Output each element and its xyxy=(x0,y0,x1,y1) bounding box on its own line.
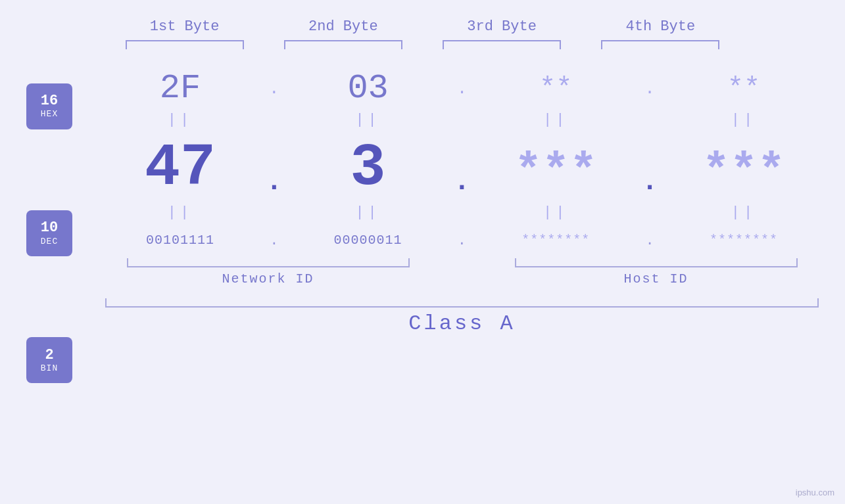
network-id-label: Network ID xyxy=(127,271,410,286)
eq1-sep1 xyxy=(264,112,284,128)
dec-b4: *** xyxy=(678,146,809,198)
bin-badge-label: BIN xyxy=(41,363,58,373)
hex-data-row: 2F . 03 . ** . ** xyxy=(105,69,819,108)
hex-b3: ** xyxy=(490,73,621,104)
hex-badge: 16 HEX xyxy=(26,83,72,129)
dec-badge-label: DEC xyxy=(41,237,58,246)
dec-sep2: . xyxy=(452,166,471,198)
byte1-header: 1st Byte xyxy=(119,18,251,35)
bracket-b1 xyxy=(126,40,244,49)
main-data-area: 16 HEX 10 DEC 2 BIN 2F . xyxy=(0,56,845,504)
eq2-b1: || xyxy=(114,204,246,221)
network-id-bracket xyxy=(127,258,410,267)
bracket-b3 xyxy=(443,40,561,49)
hex-b2: 03 xyxy=(302,69,434,108)
class-bracket xyxy=(105,298,819,308)
bin-sep1: . xyxy=(264,231,284,249)
eq1-sep2 xyxy=(452,112,471,128)
byte3-header: 3rd Byte xyxy=(436,18,567,35)
dec-b3: *** xyxy=(490,146,621,198)
bracket-b2 xyxy=(284,40,402,49)
equals-row-1: || || || || xyxy=(105,112,819,128)
class-label-row: Class A xyxy=(105,311,819,336)
main-container: 1st Byte 2nd Byte 3rd Byte 4th Byte 16 H… xyxy=(0,0,845,504)
dec-data-row: 47 . 3 . *** . *** xyxy=(105,139,819,198)
bin-sep3: . xyxy=(640,231,660,249)
eq2-sep3 xyxy=(640,204,660,221)
eq2-b4: || xyxy=(678,204,809,221)
host-id-label: Host ID xyxy=(515,271,798,286)
dec-badge-num: 10 xyxy=(41,220,58,236)
equals-row-2: || || || || xyxy=(105,204,819,221)
bin-b4: ******** xyxy=(678,233,809,248)
bottom-brackets xyxy=(105,258,819,267)
hex-badge-num: 16 xyxy=(41,93,58,109)
eq1-b2: || xyxy=(302,112,434,128)
class-label: Class A xyxy=(408,311,515,336)
dec-b1: 47 xyxy=(114,139,246,198)
eq2-b3: || xyxy=(490,204,621,221)
badges-column: 16 HEX 10 DEC 2 BIN xyxy=(26,56,105,384)
dec-badge: 10 DEC xyxy=(26,210,72,256)
host-id-bracket xyxy=(515,258,798,267)
bin-badge-num: 2 xyxy=(45,348,53,363)
byte-headers-row: 1st Byte 2nd Byte 3rd Byte 4th Byte xyxy=(0,18,845,35)
bin-b2: 00000011 xyxy=(302,233,434,248)
id-labels: Network ID Host ID xyxy=(105,271,819,286)
hex-badge-label: HEX xyxy=(41,109,58,119)
dec-sep3: . xyxy=(640,166,660,198)
watermark: ipshu.com xyxy=(796,488,834,497)
data-columns: 2F . 03 . ** . ** xyxy=(105,56,819,336)
eq2-sep2 xyxy=(452,204,471,221)
eq1-b4: || xyxy=(678,112,809,128)
bracket-gap xyxy=(452,258,472,267)
hex-sep3: . xyxy=(640,79,660,99)
bin-data-row: 00101111 . 00000011 . ******** . xyxy=(105,231,819,249)
bin-sep2: . xyxy=(452,231,471,249)
hex-b1: 2F xyxy=(114,69,246,108)
eq1-sep3 xyxy=(640,112,660,128)
eq1-b3: || xyxy=(490,112,621,128)
hex-b4: ** xyxy=(678,73,809,104)
top-brackets xyxy=(0,40,845,49)
bin-b3: ******** xyxy=(490,233,621,248)
eq2-b2: || xyxy=(302,204,434,221)
dec-sep1: . xyxy=(264,166,284,198)
byte2-header: 2nd Byte xyxy=(278,18,409,35)
eq1-b1: || xyxy=(114,112,246,128)
hex-sep1: . xyxy=(264,79,284,99)
id-label-gap xyxy=(452,271,472,286)
bin-b1: 00101111 xyxy=(114,233,246,248)
dec-b2: 3 xyxy=(302,139,434,198)
eq2-sep1 xyxy=(264,204,284,221)
hex-sep2: . xyxy=(452,79,471,99)
bracket-b4 xyxy=(601,40,719,49)
byte4-header: 4th Byte xyxy=(594,18,726,35)
bin-badge: 2 BIN xyxy=(26,337,72,383)
